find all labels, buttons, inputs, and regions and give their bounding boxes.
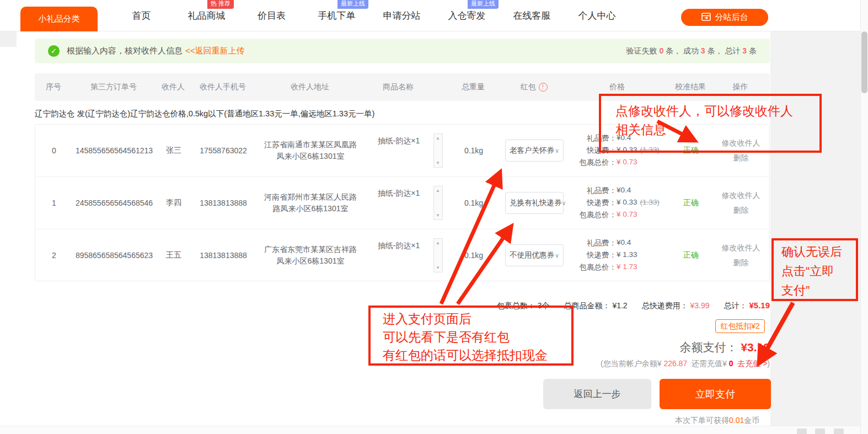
pay-now-button[interactable]: 立即支付 [660, 379, 771, 409]
nav-item-online-service[interactable]: 在线客服 [508, 9, 555, 22]
scrollbar-thumb[interactable] [861, 31, 867, 93]
coupon-select[interactable]: 不使用优惠券∨ [505, 244, 564, 266]
cell-weight: 0.1kg [444, 251, 503, 260]
table-row: 1 245855656564568546 李四 13813813888 河南省郑… [35, 176, 769, 229]
annotation-redpacket-tip: 进入支付页面后 可以先看下是否有红包 有红包的话可以选择抵扣现金 [368, 306, 574, 366]
cell-recipient: 张三 [156, 146, 192, 156]
new-badge: 最新上线 [468, 0, 499, 9]
edit-recipient-link[interactable]: 修改收件人 [722, 191, 760, 201]
cell-product: 抽纸-韵达×1 [366, 125, 431, 146]
cell-weight: 0.1kg [444, 199, 503, 207]
status-badge: 正确 [669, 198, 712, 208]
cell-phone: 17558763022 [192, 146, 255, 155]
redpacket-info-icon[interactable]: ! [539, 83, 548, 92]
verify-result-banner: ✓ 根据输入内容，核对收件人信息 <<返回重新上传 验证失败 0 条， 成功 3… [35, 39, 770, 63]
cell-phone: 13813813888 [192, 251, 255, 260]
product-list-scrollbar[interactable]: ▲▼ [433, 186, 443, 220]
balance-payment: 余额支付：¥3.19 [679, 340, 770, 355]
tab-gift-categories[interactable]: 小礼品分类 [20, 7, 98, 31]
success-check-icon: ✓ [48, 45, 60, 57]
product-list-scrollbar[interactable]: ▲▼ [433, 238, 443, 272]
edit-recipient-link[interactable]: 修改收件人 [722, 243, 760, 253]
scroll-down-icon[interactable]: ▼ [436, 213, 440, 218]
reupload-link[interactable]: <<返回重新上传 [185, 46, 245, 56]
page-background-bottom [0, 426, 860, 434]
vertical-scrollbar[interactable] [860, 0, 868, 434]
delete-link[interactable]: 删除 [733, 258, 749, 268]
nav-item-warehouse-send[interactable]: 入仓寄发最新上线 [443, 9, 490, 22]
recharge-link[interactable]: 去充值 > [733, 359, 767, 368]
redpacket-deduction-badge[interactable]: 红包抵扣¥2 [715, 319, 765, 333]
cell-prices: 礼品费：¥0.4 快递费：¥ 1.33 包裹总价：¥ 1.73 [566, 238, 669, 272]
table-row: 2 895865658564565623 王五 13813813888 广东省东… [35, 229, 769, 281]
account-balance-note: (您当前帐户余额¥ 226.87 还需充值¥ 0 去充值 >) [601, 359, 770, 369]
delete-link[interactable]: 删除 [733, 153, 749, 163]
cell-index: 1 [35, 199, 73, 207]
annotation-confirm-pay: 确认无误后 点击“立即 支付” [771, 238, 858, 301]
coupon-select[interactable]: 兑换有礼快递券∨ [505, 192, 564, 214]
cell-order-no: 145855656564561213 [73, 146, 156, 155]
scroll-down-icon[interactable]: ▼ [436, 160, 440, 165]
scroll-up-icon[interactable]: ▲ [436, 240, 440, 245]
coupon-select[interactable]: 老客户关怀券∨ [505, 140, 564, 162]
page: 小礼品分类 首页 礼品商城热 推荐 价目表 手机下单最新上线 申请分站 入仓寄发… [0, 0, 868, 434]
nav-item-personal-center[interactable]: 个人中心 [574, 9, 620, 22]
cell-order-no: 895865658564565623 [73, 251, 156, 260]
scroll-down-icon[interactable]: ▼ [436, 265, 440, 270]
delete-link[interactable]: 删除 [733, 206, 749, 216]
cell-actions: 修改收件人删除 [712, 191, 769, 216]
new-badge: 最新上线 [337, 0, 368, 9]
archive-box-icon [701, 13, 711, 23]
scroll-up-icon[interactable]: ▲ [436, 188, 440, 193]
annotation-edit-recipient: 点修改收件人，可以修改收件人 相关信息 [599, 94, 822, 153]
floating-widget-icon[interactable] [815, 428, 825, 434]
cell-order-no: 245855656564568546 [73, 199, 156, 207]
product-list-scrollbar[interactable]: ▲▼ [433, 133, 443, 168]
balance-amount: ¥3.19 [741, 341, 770, 353]
cell-index: 2 [35, 251, 73, 260]
back-button[interactable]: 返回上一步 [543, 379, 651, 409]
cell-address: 江苏省南通市某某区凤凰路凤来小区6栋1301室 [255, 139, 366, 162]
cell-recipient: 李四 [156, 198, 192, 208]
nav-item-mobile-order[interactable]: 手机下单最新上线 [313, 9, 360, 22]
floating-widget-icon[interactable] [834, 428, 844, 434]
cell-index: 0 [35, 146, 73, 155]
cell-prices: 礼品费：¥0.4 快递费：¥ 0.33(1.33) 包裹总价：¥ 0.73 [566, 186, 669, 220]
cell-product: 抽纸-韵达×1 [366, 177, 431, 199]
status-badge: 正确 [669, 250, 712, 260]
cell-recipient: 王五 [156, 250, 192, 260]
cell-address: 广东省东莞市某某区吉祥路凤来小区6栋1301室 [255, 244, 366, 267]
chevron-down-icon: ∨ [555, 252, 559, 259]
nav-item-apply-substation[interactable]: 申请分站 [378, 9, 425, 22]
nav-item-home[interactable]: 首页 [118, 9, 165, 22]
page-background-right [770, 31, 860, 434]
coin-reward-note: 本次下单可获得0.01金币 [675, 416, 759, 426]
chevron-down-icon: ∨ [555, 147, 559, 154]
top-navigation: 小礼品分类 首页 礼品商城热 推荐 价目表 手机下单最新上线 申请分站 入仓寄发… [0, 0, 860, 31]
hot-badge: 热 推荐 [207, 0, 234, 9]
cell-product: 抽纸-韵达×1 [366, 229, 431, 251]
verify-stats: 验证失败 0 条， 成功 3 条， 总计 3 条 [626, 46, 757, 56]
left-edge-block [0, 31, 17, 47]
substation-backend-button[interactable]: 分站后台 [681, 9, 768, 26]
nav-menu: 首页 礼品商城热 推荐 价目表 手机下单最新上线 申请分站 入仓寄发最新上线 在… [118, 0, 620, 31]
cell-actions: 修改收件人删除 [712, 243, 769, 268]
cell-address: 河南省郑州市某某区人民路路凤来小区6栋1301室 [255, 191, 366, 215]
floating-widget-icon[interactable] [797, 428, 807, 434]
banner-message: 根据输入内容，核对收件人信息 [67, 46, 183, 56]
warehouse-price-note: 辽宁韵达仓 发(辽宁韵达仓)辽宁韵达仓价格,0.5kg以下(普通地区1.33元一… [35, 109, 374, 119]
scroll-up-icon[interactable]: ▲ [436, 136, 440, 141]
cell-phone: 13813813888 [192, 199, 255, 207]
cell-weight: 0.1kg [444, 146, 503, 155]
nav-item-gift-mall[interactable]: 礼品商城热 推荐 [183, 9, 230, 22]
nav-item-price-list[interactable]: 价目表 [248, 9, 295, 22]
